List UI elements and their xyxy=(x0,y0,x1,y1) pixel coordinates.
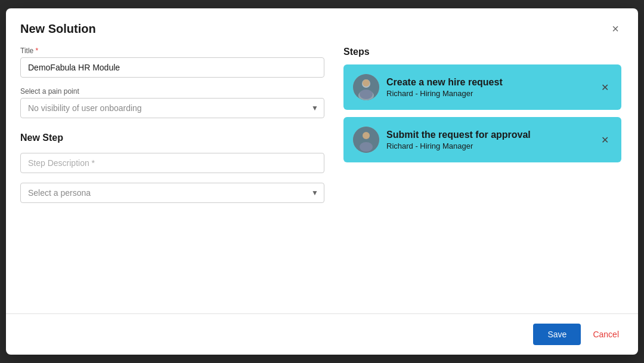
modal-footer: Save Cancel xyxy=(6,313,638,355)
step-description-group xyxy=(20,153,324,173)
step-avatar-1 xyxy=(353,74,379,100)
step-info-2: Submit the request for approval Richard … xyxy=(386,130,590,150)
step-name-1: Create a new hire request xyxy=(386,77,590,88)
svg-point-4 xyxy=(360,90,373,99)
persona-form-group: Select a persona ▼ xyxy=(20,183,324,203)
new-step-section: New Step Select a persona ▼ xyxy=(20,128,324,213)
pain-point-select-wrapper: No visibility of user onboarding ▼ xyxy=(20,98,324,118)
right-panel: Steps xyxy=(343,47,624,313)
step-persona-1: Richard - Hiring Manager xyxy=(386,89,590,98)
pain-point-form-group: Select a pain point No visibility of use… xyxy=(20,87,324,118)
title-input[interactable] xyxy=(20,57,324,78)
modal-body: Title * Select a pain point No visibilit… xyxy=(6,47,638,313)
title-form-group: Title * xyxy=(20,47,324,78)
new-step-title: New Step xyxy=(20,133,324,143)
modal-header: New Solution × xyxy=(6,8,638,47)
steps-section-title: Steps xyxy=(343,47,624,57)
svg-point-3 xyxy=(363,79,370,87)
step-info-1: Create a new hire request Richard - Hiri… xyxy=(386,77,590,98)
avatar-image-1 xyxy=(353,74,379,100)
step-card-2: Submit the request for approval Richard … xyxy=(343,117,621,162)
pain-point-label: Select a pain point xyxy=(20,87,324,96)
step-persona-2: Richard - Hiring Manager xyxy=(386,141,590,150)
step-card-1: Create a new hire request Richard - Hiri… xyxy=(343,64,621,110)
avatar-image-2 xyxy=(353,127,379,153)
modal-title: New Solution xyxy=(20,22,96,36)
pain-point-select[interactable]: No visibility of user onboarding xyxy=(20,98,324,118)
persona-select[interactable]: Select a persona xyxy=(20,183,324,203)
modal-overlay: New Solution × Title * Select a pain poi… xyxy=(0,0,644,363)
step-description-input[interactable] xyxy=(20,153,324,173)
save-button[interactable]: Save xyxy=(533,324,581,345)
svg-point-7 xyxy=(360,142,373,152)
persona-select-wrapper: Select a persona ▼ xyxy=(20,183,324,203)
left-panel: Title * Select a pain point No visibilit… xyxy=(20,47,324,313)
steps-list: Create a new hire request Richard - Hiri… xyxy=(343,64,624,313)
close-button[interactable]: × xyxy=(607,20,624,37)
step-remove-button-1[interactable]: ✕ xyxy=(597,80,612,94)
step-name-2: Submit the request for approval xyxy=(386,130,590,140)
title-label: Title * xyxy=(20,47,324,55)
modal-dialog: New Solution × Title * Select a pain poi… xyxy=(6,8,638,355)
step-avatar-2 xyxy=(353,127,379,153)
cancel-button[interactable]: Cancel xyxy=(588,324,624,345)
step-remove-button-2[interactable]: ✕ xyxy=(597,133,612,147)
svg-point-6 xyxy=(363,132,370,139)
